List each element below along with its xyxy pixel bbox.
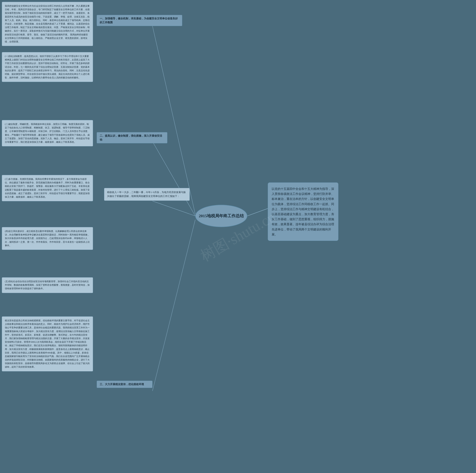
svg-line-2 (153, 142, 195, 216)
branch1-content: 我局把创建安全文明单位作为社会治安综合治理工作的切入点常抓不懈，列入重要议事日程… (2, 2, 93, 46)
branch3-label-text: 三、大力开展税法宣传，优化税收环境 (100, 383, 144, 386)
svg-line-4 (153, 201, 195, 216)
central-node-text: 2015地税局年终工作总结 (199, 213, 244, 219)
branch2-sub5: (五)强化社会综合综合治理及创安活动专项档案管理，加强对社会工作指向安活动的文件… (2, 277, 93, 293)
branch3-label: 三、大力开展税法宣传，优化税收环境 (97, 381, 153, 388)
branch2-sub4: (四)设立局长接诉日，成立税务违法案件举报制度。以真解解处理人民群众的来信来访，… (2, 227, 93, 250)
right-description-node: 以党的十五届四中全会和十五大精神为指导，深入贯彻各级政法工作会议精神，坚持打防并… (268, 182, 339, 241)
branch2-sub2: (二)健全制度，明确职责。我局根据本单位实际，按照分工明确、制度完善的原则，制定… (2, 120, 93, 146)
mind-map-container: 2015地税局年终工作总结 以党的十五届四中全会和十五大精神为指导，深入贯彻各级… (0, 0, 476, 473)
branch3-intro: 税法宣传是提高公民依法纳税观察观，优化税收环境的重要主要手段，对于促进社会主义税… (2, 316, 93, 371)
branch2-label-text: 二、提高认识，健全制度，强化措施，深入开展创安活动 (100, 134, 162, 141)
svg-line-0 (247, 208, 268, 216)
branch1-label-text: 一、加强领导，健全机制，夯实基础，为创建安全文明单位创造良好的工作氛围 (100, 17, 178, 24)
branch1-label: 一、加强领导，健全机制，夯实基础，为创建安全文明单位创造良好的工作氛围 (97, 15, 182, 26)
intro-text: 税收收入一年一大步，二年翻一番，今年1~9月份，为地方经济的发展与振兴做出了积极… (107, 191, 186, 198)
branch2-sub3: (三)多方措施，充便防范措施。我局在经费非常紧张的情况下，多方筹措资金为各部位、… (2, 175, 93, 201)
central-node: 2015地税局年终工作总结 (195, 205, 247, 227)
svg-line-1 (153, 26, 195, 214)
intro-text-node: 税收收入一年一大步，二年翻一番，今年1~9月份，为地方经济的发展与振兴做出了积极… (104, 188, 190, 201)
branch2-label: 二、提高认识，健全制度，强化措施，深入开展创安活动 (97, 132, 167, 143)
svg-line-3 (153, 220, 195, 391)
branch2-sub1: (一)强化法制教育，提高思想认识。组织干部职工认真学习了邓小平理论和十五大重要精… (2, 52, 93, 82)
right-node-text: 以党的十五届四中全会和十五大精神为指导，深入贯彻各级政法工作会议精神，坚持打防并… (272, 187, 334, 236)
